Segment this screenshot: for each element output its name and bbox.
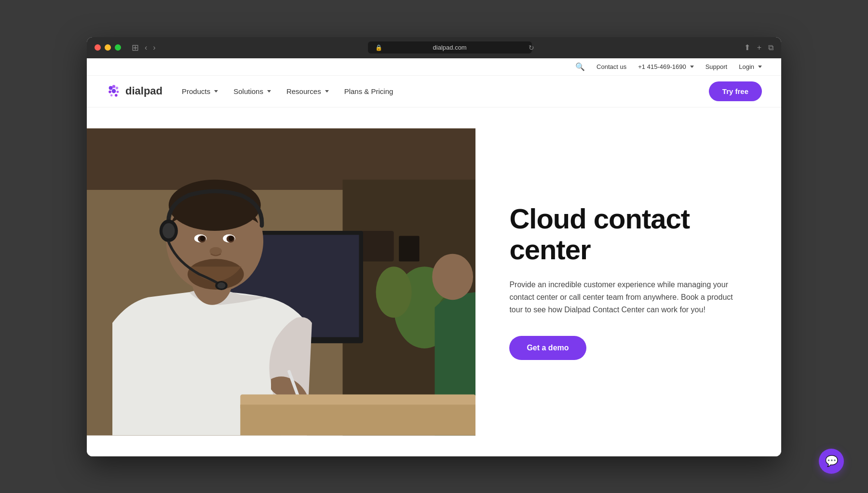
- nav-items: Products Solutions Resources Plans & Pri…: [182, 87, 709, 95]
- back-button[interactable]: ‹: [145, 43, 147, 52]
- phone-dropdown-icon: [690, 66, 694, 68]
- login-dropdown-icon: [758, 66, 762, 68]
- products-nav-item[interactable]: Products: [182, 87, 218, 95]
- utility-bar: 🔍 Contact us +1 415-469-1690 Support Log…: [87, 58, 781, 76]
- website-content: 🔍 Contact us +1 415-469-1690 Support Log…: [87, 58, 781, 456]
- hero-content: Cloud contact center Provide an incredib…: [475, 107, 781, 456]
- svg-point-6: [110, 94, 113, 96]
- url-input[interactable]: [368, 41, 532, 53]
- logo-icon: [106, 83, 122, 99]
- main-navigation: dialpad Products Solutions Resources Pla…: [87, 76, 781, 107]
- svg-point-3: [108, 91, 111, 93]
- forward-button[interactable]: ›: [153, 43, 155, 52]
- traffic-lights: [95, 44, 121, 51]
- support-link[interactable]: Support: [705, 63, 728, 70]
- logo-text: dialpad: [125, 85, 163, 97]
- hero-section: Cloud contact center Provide an incredib…: [87, 107, 781, 456]
- pricing-nav-item[interactable]: Plans & Pricing: [344, 87, 393, 95]
- address-bar: 🔒 ↻: [168, 41, 732, 53]
- svg-point-5: [117, 91, 119, 93]
- sidebar-toggle-button[interactable]: ⊞: [132, 42, 139, 53]
- browser-controls: ⊞ ‹ ›: [132, 42, 156, 53]
- svg-point-27: [229, 236, 234, 241]
- resources-nav-item[interactable]: Resources: [286, 87, 329, 95]
- svg-point-0: [109, 86, 113, 90]
- svg-point-31: [163, 223, 175, 238]
- search-button[interactable]: 🔍: [575, 62, 585, 71]
- solutions-nav-item[interactable]: Solutions: [233, 87, 271, 95]
- svg-point-4: [112, 89, 116, 93]
- solutions-chevron-icon: [267, 90, 271, 93]
- get-demo-button[interactable]: Get a demo: [509, 336, 586, 360]
- svg-point-26: [200, 236, 205, 241]
- svg-point-2: [116, 87, 119, 90]
- svg-point-33: [217, 282, 226, 289]
- svg-point-1: [112, 85, 115, 88]
- svg-rect-37: [240, 404, 475, 435]
- svg-point-14: [376, 266, 411, 318]
- hero-image-container: [87, 107, 475, 456]
- products-chevron-icon: [214, 90, 218, 93]
- chat-icon: 💬: [825, 455, 838, 467]
- logo[interactable]: dialpad: [106, 83, 163, 99]
- browser-window: ⊞ ‹ › 🔒 ↻ ⬆ + ⧉ 🔍 Contact us +1 415-469-…: [87, 37, 781, 456]
- tabs-button[interactable]: ⧉: [768, 43, 773, 52]
- hero-description: Provide an incredible customer experienc…: [509, 279, 741, 317]
- minimize-button[interactable]: [105, 44, 111, 51]
- resources-chevron-icon: [325, 90, 329, 93]
- close-button[interactable]: [95, 44, 101, 51]
- svg-point-35: [432, 253, 473, 299]
- browser-actions: ⬆ + ⧉: [744, 43, 773, 52]
- svg-point-7: [115, 94, 118, 97]
- login-link[interactable]: Login: [739, 63, 762, 70]
- hero-title: Cloud contact center: [509, 203, 752, 265]
- share-button[interactable]: ⬆: [744, 43, 750, 52]
- chat-widget-button[interactable]: 💬: [819, 449, 844, 474]
- browser-titlebar: ⊞ ‹ › 🔒 ↻ ⬆ + ⧉: [87, 37, 781, 58]
- svg-rect-16: [399, 236, 419, 261]
- phone-link[interactable]: +1 415-469-1690: [638, 63, 693, 70]
- try-free-button[interactable]: Try free: [709, 81, 762, 101]
- reload-button[interactable]: ↻: [529, 44, 534, 52]
- contact-us-link[interactable]: Contact us: [597, 63, 626, 70]
- new-tab-button[interactable]: +: [757, 43, 761, 52]
- lock-icon: 🔒: [375, 44, 382, 51]
- hero-image: [87, 107, 475, 456]
- maximize-button[interactable]: [115, 44, 121, 51]
